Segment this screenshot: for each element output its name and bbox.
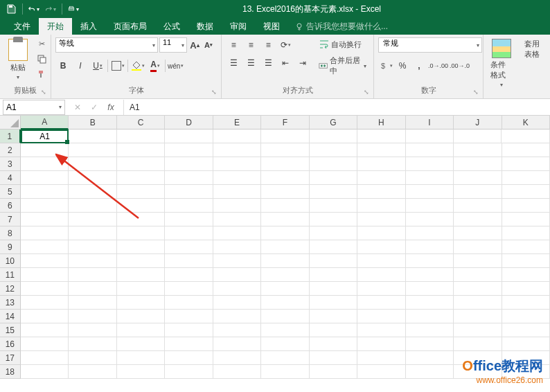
cell[interactable]	[454, 254, 502, 268]
cell[interactable]	[261, 157, 309, 171]
cell[interactable]: A1	[21, 130, 69, 143]
cell[interactable]	[310, 254, 357, 268]
cell[interactable]	[117, 130, 165, 143]
cell[interactable]	[406, 310, 454, 323]
cell[interactable]	[165, 171, 213, 185]
row-header[interactable]: 17	[0, 351, 21, 365]
cell[interactable]	[406, 337, 454, 351]
row-header[interactable]: 11	[0, 268, 21, 282]
cell[interactable]	[69, 130, 116, 143]
cell[interactable]	[69, 199, 116, 213]
cell[interactable]	[21, 337, 69, 351]
cell[interactable]	[213, 282, 261, 296]
cell[interactable]	[357, 199, 405, 213]
cell[interactable]	[310, 143, 357, 157]
menu-formulas[interactable]: 公式	[155, 18, 188, 35]
cell[interactable]	[213, 268, 261, 282]
cell[interactable]	[454, 171, 502, 185]
cell[interactable]	[357, 254, 405, 268]
save-icon[interactable]	[6, 3, 17, 15]
cell[interactable]	[213, 143, 261, 157]
cell[interactable]	[357, 240, 405, 254]
copy-icon[interactable]	[35, 53, 48, 65]
cell[interactable]	[406, 351, 454, 365]
cell[interactable]	[21, 323, 69, 337]
cell[interactable]	[454, 157, 502, 171]
row-header[interactable]: 16	[0, 337, 21, 351]
cell[interactable]	[213, 171, 261, 185]
cell[interactable]	[213, 157, 261, 171]
cell[interactable]	[502, 171, 550, 185]
menu-layout[interactable]: 页面布局	[105, 18, 155, 35]
quick-print-icon[interactable]: ▾	[68, 3, 79, 15]
cell[interactable]	[165, 337, 213, 351]
row-header[interactable]: 9	[0, 240, 21, 254]
cell[interactable]	[454, 268, 502, 282]
decrease-font-icon[interactable]: A▾	[202, 37, 215, 53]
cell[interactable]	[502, 226, 550, 240]
cell[interactable]	[261, 226, 309, 240]
cell[interactable]	[69, 157, 116, 171]
cell[interactable]	[310, 240, 357, 254]
cell[interactable]	[213, 296, 261, 310]
cell[interactable]	[117, 157, 165, 171]
cell[interactable]	[357, 365, 405, 379]
cell[interactable]	[165, 213, 213, 226]
conditional-format-button[interactable]: 条件格式 ▾	[488, 37, 515, 89]
cell[interactable]	[165, 143, 213, 157]
cell[interactable]	[454, 337, 502, 351]
accounting-format-icon[interactable]: $	[378, 58, 393, 73]
cell[interactable]	[165, 240, 213, 254]
cell[interactable]	[261, 310, 309, 323]
underline-button[interactable]: U	[90, 58, 105, 73]
increase-decimal-icon[interactable]: .0→.00	[428, 58, 448, 73]
column-header[interactable]: E	[213, 116, 261, 130]
cell[interactable]	[213, 310, 261, 323]
cell[interactable]	[165, 268, 213, 282]
cell[interactable]	[117, 226, 165, 240]
cell[interactable]	[310, 282, 357, 296]
column-header[interactable]: H	[357, 116, 405, 130]
row-header[interactable]: 15	[0, 323, 21, 337]
column-header[interactable]: I	[406, 116, 454, 130]
cell[interactable]	[213, 351, 261, 365]
cell[interactable]	[165, 365, 213, 379]
menu-home[interactable]: 开始	[39, 18, 72, 35]
menu-file[interactable]: 文件	[6, 18, 39, 35]
cell[interactable]	[117, 185, 165, 199]
cell[interactable]	[21, 365, 69, 379]
cell[interactable]	[406, 323, 454, 337]
cell[interactable]	[69, 365, 116, 379]
cell[interactable]	[406, 296, 454, 310]
cell[interactable]	[502, 185, 550, 199]
font-color-button[interactable]: A	[148, 58, 163, 73]
cell[interactable]	[117, 213, 165, 226]
column-header[interactable]: C	[117, 116, 165, 130]
cell[interactable]	[454, 143, 502, 157]
cell[interactable]	[406, 185, 454, 199]
font-launcher-icon[interactable]: ⤡	[211, 89, 220, 97]
cell[interactable]	[117, 254, 165, 268]
cell[interactable]	[357, 185, 405, 199]
undo-icon[interactable]: ▾	[28, 3, 39, 15]
cell[interactable]	[69, 213, 116, 226]
percent-icon[interactable]: %	[395, 58, 410, 73]
cell[interactable]	[406, 143, 454, 157]
cell[interactable]	[357, 171, 405, 185]
cell[interactable]	[261, 171, 309, 185]
cell[interactable]	[69, 351, 116, 365]
cell[interactable]	[21, 171, 69, 185]
font-name-select[interactable]: 等线▾	[55, 37, 158, 53]
cell[interactable]	[502, 337, 550, 351]
cell[interactable]	[69, 337, 116, 351]
cell[interactable]	[502, 130, 549, 143]
cell[interactable]	[454, 296, 502, 310]
cell[interactable]	[357, 337, 405, 351]
cell[interactable]	[117, 268, 165, 282]
cell[interactable]	[21, 296, 69, 310]
column-header[interactable]: A	[21, 116, 69, 130]
cell[interactable]	[310, 213, 357, 226]
align-left-icon[interactable]: ☰	[226, 55, 241, 71]
cell[interactable]	[69, 310, 116, 323]
cell[interactable]	[357, 213, 405, 226]
